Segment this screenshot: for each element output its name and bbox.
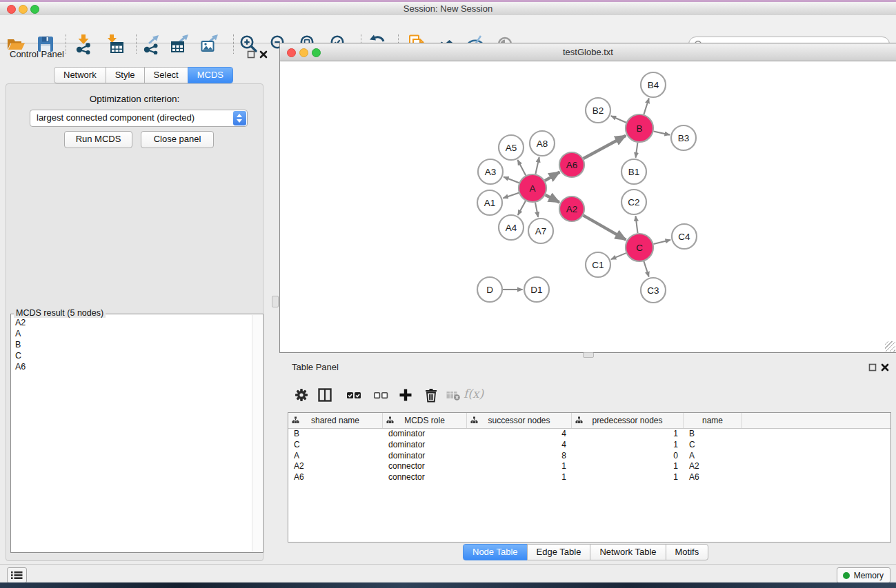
mcds-result-group: MCDS result (5 nodes) A2ABCA6 [10,314,263,553]
cell-predecessor-nodes: 1 [572,429,684,440]
table-row[interactable]: A6connector11A6 [288,472,890,483]
tab-style[interactable]: Style [106,67,145,83]
task-history-button[interactable] [7,567,27,583]
toggle-panes-button[interactable] [317,387,333,403]
tab-network[interactable]: Network [54,67,106,83]
graph-node-label: B4 [648,80,659,90]
cell-successor-nodes: 4 [467,440,572,451]
graph-edge-A-A6[interactable] [545,172,559,181]
column-header-successor-nodes[interactable]: successor nodes [467,413,572,428]
tab-node-table[interactable]: Node Table [463,544,528,560]
result-item[interactable]: B [12,339,252,350]
control-panel-float-button[interactable] [247,50,255,59]
graph-edge-C-C4[interactable] [653,240,670,244]
cell-shared-name: C [288,440,383,451]
column-header-MCDS-role[interactable]: MCDS role [383,413,467,428]
graph-node-label: C [636,243,643,253]
graph-node-label: C1 [592,260,604,270]
cell-MCDS-role: dominator [383,429,467,440]
network-view-window: testGlobe.txt B4B2BB3A5A8A6A3AB1A1A2C2A4… [279,43,896,353]
graph-node-label: C4 [678,232,690,242]
toolbar-separator [136,34,137,54]
export-table-button[interactable] [170,34,190,54]
graph-edge-B-B1[interactable] [636,143,638,158]
import-table-button[interactable] [104,34,125,54]
cell-name: C [684,440,742,451]
tab-motifs[interactable]: Motifs [666,544,709,560]
graph-edge-C-C2[interactable] [636,216,638,233]
graph-node-label: D [486,285,493,295]
graph-edge-B-B3[interactable] [654,132,670,135]
table-row[interactable]: A2connector11A2 [288,461,890,472]
graph-node-label: A8 [537,139,548,149]
cell-successor-nodes: 1 [467,472,572,483]
memory-button[interactable]: Memory [837,567,890,583]
delete-table-button[interactable] [445,387,461,403]
mcds-result-list[interactable]: A2ABCA6 [12,317,252,551]
gear-icon [293,387,310,403]
graph-edge-B-B4[interactable] [644,99,648,115]
bottom-splitter-handle[interactable] [583,352,594,358]
unselect-all-columns-button[interactable] [372,387,389,403]
control-panel-title: Control Panel [10,49,64,59]
criterion-dropdown[interactable]: largest connected component (directed) [30,110,248,127]
close-panel-button[interactable]: Close panel [141,131,214,148]
run-mcds-button[interactable]: Run MCDS [64,131,132,148]
status-bar: Memory [0,564,896,583]
graph-edge-A2-C[interactable] [584,215,626,239]
network-window-titlebar: testGlobe.txt [280,43,896,61]
mcds-panel: Optimization criterion: largest connecte… [6,83,263,561]
graph-edge-A-A7[interactable] [535,203,538,217]
graph-edge-A-A8[interactable] [535,157,539,174]
result-item[interactable]: A2 [12,317,252,328]
resize-grip-icon[interactable] [885,341,895,352]
tab-select[interactable]: Select [144,67,188,83]
table-panel-float-button[interactable] [868,363,877,372]
table-row[interactable]: Cdominator41C [288,440,890,451]
graph-edge-A-A5[interactable] [518,160,526,175]
result-item[interactable]: C [12,350,252,361]
function-builder-button[interactable]: f(x) [464,387,484,401]
column-header-predecessor-nodes[interactable]: predecessor nodes [572,413,684,428]
graph-edge-A-A1[interactable] [503,193,519,199]
left-splitter-handle[interactable] [272,296,279,307]
import-network-button[interactable] [73,34,94,54]
table-row[interactable]: Adominator80A [288,451,890,462]
cell-shared-name: A2 [288,461,383,472]
list-icon [8,569,26,582]
graph-edge-A-A2[interactable] [546,195,559,203]
graph-edge-C-C3[interactable] [644,261,648,277]
select-all-columns-button[interactable] [346,387,362,403]
graph-edge-A6-B[interactable] [584,136,626,159]
table-row[interactable]: Bdominator41B [288,429,890,440]
graph-edge-A-A4[interactable] [518,201,526,215]
export-image-button[interactable] [199,34,220,54]
tab-edge-table[interactable]: Edge Table [527,544,591,560]
control-panel-tabs: NetworkStyleSelectMCDS [54,67,233,83]
memory-status-icon [843,572,850,579]
table-settings-button[interactable] [293,387,310,403]
node-table-header: shared nameMCDS rolesuccessor nodesprede… [288,413,890,429]
control-panel-close-button[interactable] [259,50,268,59]
delete-column-button[interactable] [423,387,439,403]
result-item[interactable]: A6 [12,361,252,372]
tab-mcds[interactable]: MCDS [188,67,233,83]
graph-edge-C-C1[interactable] [611,253,626,259]
cell-MCDS-role: dominator [383,451,467,462]
memory-label: Memory [854,571,884,580]
column-header-shared-name[interactable]: shared name [288,413,383,428]
create-column-button[interactable] [397,387,414,403]
result-item[interactable]: A [12,328,252,339]
export-network-button[interactable] [141,34,161,54]
network-canvas[interactable]: B4B2BB3A5A8A6A3AB1A1A2C2A4A7C4CC1C3DD1 [280,61,895,352]
graph-edge-A-A3[interactable] [504,177,519,183]
cell-name: A2 [684,461,742,472]
criterion-dropdown-value: largest connected component (directed) [37,110,195,125]
network-window-title: testGlobe.txt [280,43,896,61]
tab-network-table[interactable]: Network Table [590,544,666,560]
table-panel-close-button[interactable] [881,363,889,372]
toolbar-separator [66,34,66,54]
column-header-name[interactable]: name [684,413,742,428]
graph-edge-B-B2[interactable] [611,116,626,123]
result-list-scrollbar[interactable] [252,315,262,551]
